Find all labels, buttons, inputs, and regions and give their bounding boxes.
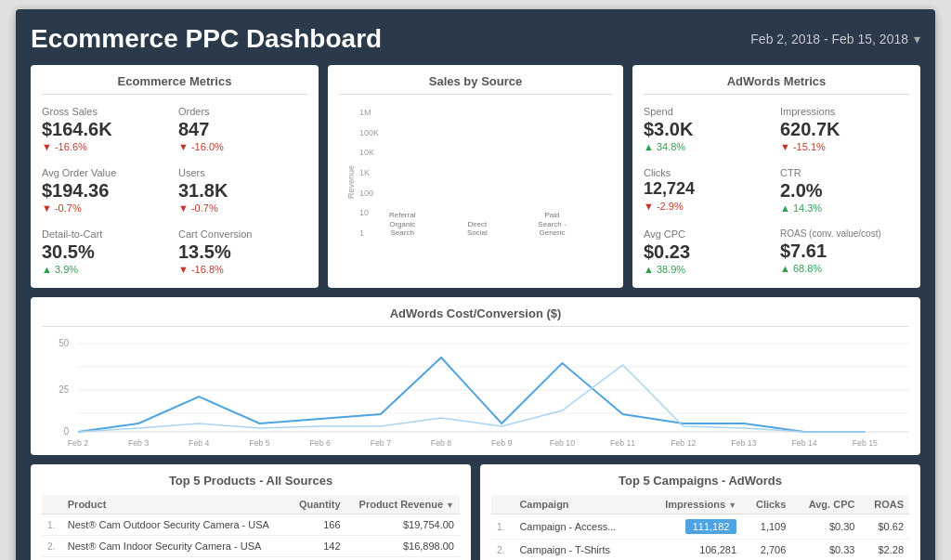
sales-chart-area: Revenue 1 10 100 1K 10K 100K 1M — [339, 102, 612, 256]
roas-value: $7.61 — [780, 241, 909, 261]
bar-referral-label: ReferralOrganic Search — [387, 211, 417, 238]
bar-paid-search-label: Paid Search - Generic — [537, 211, 567, 238]
svg-text:Feb 10: Feb 10 — [550, 438, 575, 446]
svg-text:Feb 2: Feb 2 — [68, 438, 88, 446]
spend-label: Spend — [644, 106, 773, 117]
table-row: 2. Nest® Cam Indoor Security Camera - US… — [42, 536, 460, 557]
y-axis-label: Revenue — [346, 108, 356, 256]
metric-clicks: Clicks 12,724 -2.9% — [644, 163, 773, 217]
metric-avg-cpc: Avg CPC $0.23 38.9% — [644, 225, 773, 279]
top-row: Ecommerce Metrics Gross Sales $164.6K -1… — [31, 65, 920, 288]
metric-roas: ROAS (conv. value/cost) $7.61 68.8% — [780, 225, 909, 279]
users-label: Users — [178, 167, 307, 178]
bar-direct: DirectSocial — [462, 217, 492, 238]
campaign-clicks: 2,706 — [742, 540, 791, 561]
metric-gross-sales: Gross Sales $164.6K -16.6% — [42, 102, 171, 156]
top-campaigns-title: Top 5 Campaigns - AdWords — [491, 474, 909, 488]
col-clicks[interactable]: Clicks — [742, 495, 791, 514]
col-revenue[interactable]: Product Revenue ▼ — [346, 495, 460, 514]
col-product[interactable]: Product — [62, 495, 290, 514]
avg-cpc-value: $0.23 — [644, 241, 773, 262]
bar-chart-container: Revenue 1 10 100 1K 10K 100K 1M — [346, 108, 605, 256]
svg-text:Feb 6: Feb 6 — [309, 438, 330, 446]
svg-text:Feb 5: Feb 5 — [249, 438, 269, 446]
col-impressions[interactable]: Impressions ▼ — [644, 495, 743, 514]
top-campaigns-panel: Top 5 Campaigns - AdWords Campaign Impre… — [480, 464, 920, 560]
roas-label: ROAS (conv. value/cost) — [780, 228, 909, 239]
campaign-clicks: 1,109 — [742, 514, 791, 540]
campaign-cpc: $0.33 — [791, 540, 860, 561]
svg-text:50: 50 — [59, 338, 69, 348]
clicks-label: Clicks — [644, 167, 773, 178]
bar-6 — [575, 235, 605, 238]
cost-conversion-panel: AdWords Cost/Conversion ($) 50 25 0 — [31, 297, 920, 455]
gross-sales-change: -16.6% — [42, 141, 171, 152]
row-num: 2. — [491, 540, 514, 561]
metric-orders: Orders 847 -16.0% — [178, 102, 307, 156]
ctr-value: 2.0% — [780, 180, 909, 201]
cart-conversion-label: Cart Conversion — [178, 228, 307, 240]
product-revenue: $19,754.00 — [346, 514, 460, 536]
header: Ecommerce PPC Dashboard Feb 2, 2018 - Fe… — [31, 24, 920, 54]
adwords-metrics-title: AdWords Metrics — [644, 74, 909, 95]
roas-change: 68.8% — [780, 263, 909, 274]
orders-change: -16.0% — [178, 141, 307, 152]
bar-4 — [500, 235, 529, 238]
impressions-label: Impressions — [780, 106, 909, 117]
col-roas[interactable]: ROAS — [860, 495, 909, 514]
ctr-label: CTR — [780, 167, 909, 178]
svg-text:Feb 12: Feb 12 — [671, 438, 696, 446]
svg-text:Feb 3: Feb 3 — [128, 438, 149, 446]
svg-text:Feb 13: Feb 13 — [731, 438, 756, 446]
ecommerce-metrics-grid: Gross Sales $164.6K -16.6% Orders 847 -1… — [42, 102, 307, 279]
col-campaign[interactable]: Campaign — [514, 495, 643, 514]
spend-change: 34.8% — [644, 141, 773, 152]
detail-to-cart-change: 3.9% — [42, 264, 171, 275]
impressions-change: -15.1% — [780, 141, 909, 152]
bar-chart: 1 10 100 1K 10K 100K 1M ReferralOrganic … — [359, 108, 605, 256]
col-quantity[interactable]: Quantity — [290, 495, 346, 514]
product-quantity: 166 — [290, 514, 346, 536]
campaign-cpc: $0.30 — [791, 514, 860, 540]
avg-order-label: Avg Order Value — [42, 167, 171, 178]
cart-conversion-change: -16.8% — [178, 264, 307, 275]
svg-text:Feb 8: Feb 8 — [431, 438, 451, 446]
sales-by-source-panel: Sales by Source Revenue 1 10 100 1K 10K — [328, 65, 623, 288]
impressions-value: 620.7K — [780, 119, 909, 139]
row-num: 2. — [42, 536, 62, 557]
bar-referral: ReferralOrganic Search — [387, 208, 417, 238]
date-range-selector[interactable]: Feb 2, 2018 - Feb 15, 2018 ▾ — [750, 32, 920, 46]
avg-order-value: $194.36 — [42, 180, 171, 201]
table-row: 1. Nest® Cam Outdoor Security Camera - U… — [42, 514, 460, 536]
detail-to-cart-label: Detail-to-Cart — [42, 228, 171, 240]
y-axis-labels: 1 10 100 1K 10K 100K 1M — [359, 108, 379, 238]
metric-cart-conversion: Cart Conversion 13.5% -16.8% — [178, 225, 307, 279]
svg-text:Feb 14: Feb 14 — [792, 438, 817, 446]
dashboard: Ecommerce PPC Dashboard Feb 2, 2018 - Fe… — [16, 9, 935, 560]
campaign-impressions: 106,281 — [644, 540, 743, 561]
bar-2 — [424, 235, 454, 238]
row-num: 1. — [42, 514, 62, 536]
campaign-roas: $2.28 — [860, 540, 909, 561]
campaign-roas: $0.62 — [860, 514, 909, 540]
avg-cpc-label: Avg CPC — [644, 228, 773, 240]
gross-sales-label: Gross Sales — [42, 106, 171, 117]
sales-by-source-title: Sales by Source — [339, 74, 612, 95]
chevron-down-icon: ▾ — [914, 32, 920, 46]
svg-text:Feb 4: Feb 4 — [189, 438, 209, 446]
svg-text:0: 0 — [64, 426, 70, 436]
product-quantity: 142 — [290, 536, 346, 557]
detail-to-cart-value: 30.5% — [42, 241, 171, 262]
ecommerce-metrics-title: Ecommerce Metrics — [42, 74, 307, 95]
campaign-impressions: 111,182 — [644, 514, 743, 540]
avg-order-change: -0.7% — [42, 202, 171, 214]
spend-value: $3.0K — [644, 119, 773, 139]
svg-text:Feb 15: Feb 15 — [853, 438, 878, 446]
col-cpc[interactable]: Avg. CPC — [791, 495, 860, 514]
table-row: 1. Campaign - Access... 111,182 1,109 $0… — [491, 514, 909, 540]
users-value: 31.8K — [178, 180, 307, 201]
top-products-panel: Top 5 Products - All Sources Product Qua… — [31, 464, 471, 560]
product-revenue: $16,898.00 — [346, 536, 460, 557]
product-name: Nest® Cam Indoor Security Camera - USA — [62, 536, 290, 557]
row-num: 1. — [491, 514, 514, 540]
